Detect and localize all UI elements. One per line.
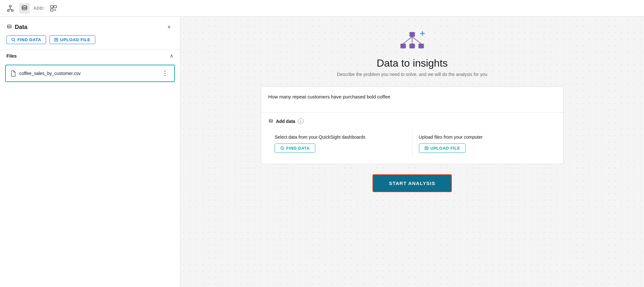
network-icon-btn[interactable] xyxy=(5,3,15,14)
database-icon-btn[interactable] xyxy=(19,3,30,14)
quicksight-option-label: Select data from your QuickSight dashboa… xyxy=(275,134,365,140)
query-card: How many repeat customers have purchased… xyxy=(261,87,564,164)
svg-point-13 xyxy=(12,38,14,41)
search-icon xyxy=(11,38,15,42)
add-dataset-btn[interactable] xyxy=(49,3,59,14)
insights-hero: Data to insights Describe the problem yo… xyxy=(337,30,488,77)
add-label: ADD: xyxy=(33,6,45,11)
right-content: Data to insights Describe the problem yo… xyxy=(180,17,644,287)
files-chevron-icon[interactable]: ∧ xyxy=(170,53,174,59)
svg-rect-18 xyxy=(401,44,406,48)
panel-actions: FIND DATA UPLOAD FILE xyxy=(0,35,180,49)
panel-title: Data xyxy=(6,24,27,31)
svg-point-6 xyxy=(22,5,27,7)
svg-rect-8 xyxy=(51,9,53,11)
file-name-text: coffee_sales_by_customer.csv xyxy=(19,71,80,76)
add-data-db-icon xyxy=(268,119,273,124)
svg-rect-2 xyxy=(12,10,13,11)
insights-subtitle: Describe the problem you need to solve, … xyxy=(337,72,488,77)
svg-rect-0 xyxy=(9,5,11,7)
upload-option-label: Upload files from your computer xyxy=(419,134,483,140)
left-panel: Data × FIND DATA UPLOAD FILE xyxy=(0,17,180,287)
file-document-icon xyxy=(10,70,16,77)
svg-line-4 xyxy=(8,9,10,10)
add-data-header: Add data i xyxy=(268,118,556,124)
upload-file-main-button[interactable]: UPLOAD FILE xyxy=(419,144,466,153)
data-options: Select data from your QuickSight dashboa… xyxy=(268,129,556,158)
quicksight-data-option: Select data from your QuickSight dashboa… xyxy=(268,129,412,158)
svg-rect-17 xyxy=(410,32,415,37)
query-text[interactable]: How many repeat customers have purchased… xyxy=(261,87,563,113)
insights-icon-wrapper xyxy=(399,30,425,52)
add-data-section: Add data i Select data from your QuickSi… xyxy=(261,113,563,164)
file-item[interactable]: coffee_sales_by_customer.csv ⋮ xyxy=(5,65,175,82)
upload-file-button[interactable]: UPLOAD FILE xyxy=(49,35,95,44)
file-list: coffee_sales_by_customer.csv ⋮ xyxy=(0,62,180,85)
svg-rect-1 xyxy=(7,10,9,11)
svg-line-14 xyxy=(14,41,15,42)
panel-title-text: Data xyxy=(15,24,27,31)
svg-line-5 xyxy=(10,9,12,10)
toolbar: ADD: xyxy=(0,0,644,17)
svg-line-20 xyxy=(403,37,412,44)
find-data-main-button[interactable]: FIND DATA xyxy=(275,144,315,153)
close-panel-button[interactable]: × xyxy=(165,23,174,32)
info-icon[interactable]: i xyxy=(298,118,304,124)
add-data-label: Add data xyxy=(276,119,295,124)
svg-rect-23 xyxy=(410,44,415,48)
find-data-button[interactable]: FIND DATA xyxy=(6,35,46,44)
files-section-title: Files xyxy=(6,53,17,59)
find-data-search-icon xyxy=(280,146,284,150)
panel-header: Data × xyxy=(0,17,180,35)
upload-icon xyxy=(54,38,58,42)
svg-point-12 xyxy=(7,25,11,26)
insights-title: Data to insights xyxy=(377,57,448,69)
svg-point-26 xyxy=(269,119,273,121)
upload-data-option: Upload files from your computer UPLOAD F… xyxy=(412,129,556,158)
svg-point-27 xyxy=(281,147,283,149)
svg-line-28 xyxy=(283,149,284,150)
svg-line-21 xyxy=(412,37,421,44)
data-panel-icon xyxy=(6,24,12,30)
bottom-action-area: START ANALYSIS xyxy=(261,174,564,192)
svg-rect-9 xyxy=(54,5,57,8)
files-section-header: Files ∧ xyxy=(0,49,180,62)
upload-file-icon xyxy=(424,146,429,150)
svg-rect-7 xyxy=(51,5,53,8)
start-analysis-button[interactable]: START ANALYSIS xyxy=(373,174,452,192)
main-area: Data × FIND DATA UPLOAD FILE xyxy=(0,17,644,287)
insights-hero-icon xyxy=(399,30,425,52)
file-menu-button[interactable]: ⋮ xyxy=(160,69,170,78)
svg-rect-19 xyxy=(419,44,424,48)
